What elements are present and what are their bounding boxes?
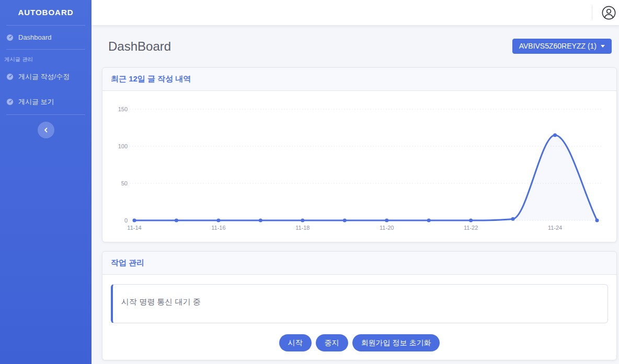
recent-posts-card: 최근 12일 글 작성 내역 05010015011-1411-1611-181… <box>102 67 617 242</box>
svg-text:50: 50 <box>121 180 128 186</box>
chevron-left-icon <box>43 127 49 133</box>
svg-text:0: 0 <box>124 217 128 224</box>
sidebar-collapse-button[interactable] <box>38 122 54 138</box>
tachometer-icon <box>6 34 14 41</box>
page-content: DashBoard AVBIVS5Z60REYZZ (1) 최근 12일 글 작… <box>91 25 619 364</box>
svg-text:11-22: 11-22 <box>464 225 478 231</box>
caret-down-icon <box>601 45 605 48</box>
posts-line-chart: 05010015011-1411-1611-1811-2011-2211-24 <box>102 91 616 242</box>
sidebar-item-dashboard[interactable]: Dashboard <box>0 26 91 49</box>
tachometer-icon <box>6 98 14 105</box>
status-message-box: 시작 명령 통신 대기 중 <box>111 284 608 323</box>
task-management-card: 작업 관리 시작 명령 통신 대기 중 시작 중지 회원가입 정보 초기화 <box>102 251 617 360</box>
page-title: DashBoard <box>108 39 171 54</box>
account-dropdown-label: AVBIVS5Z60REYZZ (1) <box>519 42 597 50</box>
topbar <box>91 0 619 25</box>
sidebar-section-heading: 게시글 관리 <box>0 50 91 64</box>
svg-text:11-18: 11-18 <box>295 225 310 231</box>
svg-text:11-14: 11-14 <box>127 225 141 231</box>
topbar-divider <box>592 5 592 20</box>
stop-button[interactable]: 중지 <box>316 334 348 351</box>
sidebar-item-label: 게시글 작성/수정 <box>18 72 70 81</box>
svg-text:11-20: 11-20 <box>380 225 394 231</box>
sidebar-item-post-edit[interactable]: 게시글 작성/수정 <box>0 64 91 89</box>
start-button[interactable]: 시작 <box>279 334 312 351</box>
user-circle-icon <box>602 6 616 20</box>
svg-text:11-16: 11-16 <box>211 225 225 231</box>
status-message: 시작 명령 통신 대기 중 <box>121 297 201 306</box>
svg-text:150: 150 <box>118 106 128 112</box>
svg-text:11-24: 11-24 <box>548 225 562 231</box>
main-area: DashBoard AVBIVS5Z60REYZZ (1) 최근 12일 글 작… <box>91 0 619 364</box>
recent-posts-card-title: 최근 12일 글 작성 내역 <box>102 68 616 91</box>
line-chart-svg: 05010015011-1411-1611-1811-2011-2211-24 <box>102 91 616 240</box>
svg-text:100: 100 <box>118 143 128 149</box>
sidebar-item-label: 게시글 보기 <box>18 97 54 107</box>
sidebar-divider <box>6 114 85 115</box>
sidebar: AUTOBOARD Dashboard 게시글 관리 게시글 작성/수정 게시글… <box>0 0 91 364</box>
task-card-title: 작업 관리 <box>102 252 616 275</box>
account-dropdown-button[interactable]: AVBIVS5Z60REYZZ (1) <box>512 39 612 54</box>
reset-signup-info-button[interactable]: 회원가입 정보 초기화 <box>352 334 440 351</box>
sidebar-item-post-view[interactable]: 게시글 보기 <box>0 89 91 114</box>
sidebar-item-label: Dashboard <box>18 33 52 41</box>
tachometer-icon <box>6 73 14 80</box>
user-menu-button[interactable] <box>602 6 616 20</box>
brand-autoboard[interactable]: AUTOBOARD <box>0 0 91 25</box>
